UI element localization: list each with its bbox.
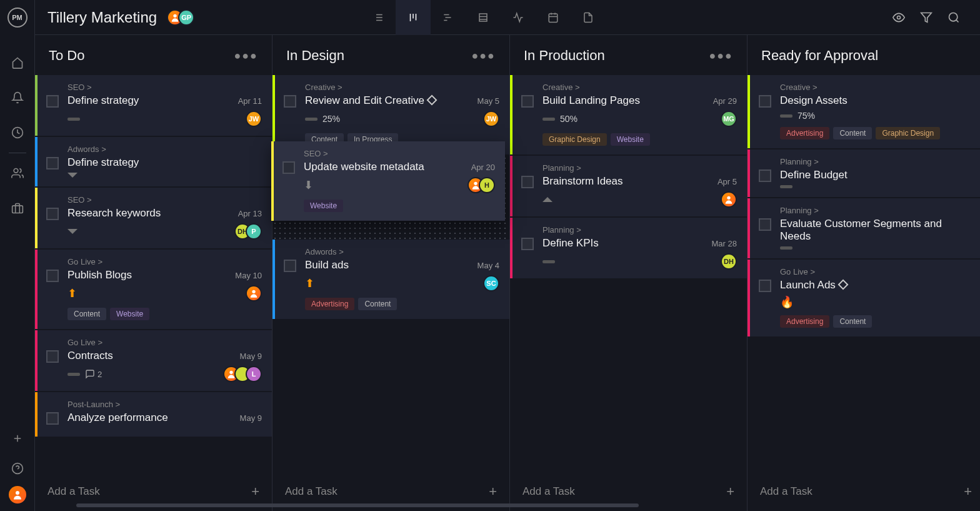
horizontal-scrollbar[interactable] <box>76 503 639 507</box>
card-category[interactable]: Adwords > <box>68 144 262 154</box>
help-icon[interactable] <box>0 456 35 481</box>
card-title[interactable]: Build ads <box>305 259 349 271</box>
user-avatar[interactable] <box>9 486 26 503</box>
card-category[interactable]: Post-Launch > <box>68 400 262 409</box>
card-title[interactable]: Define strategy <box>68 94 139 107</box>
task-checkbox[interactable] <box>759 95 771 108</box>
card-category[interactable]: SEO > <box>68 83 262 92</box>
card-title[interactable]: Launch Ads <box>780 279 847 291</box>
home-icon[interactable] <box>0 45 35 80</box>
card-title[interactable]: Publish Blogs <box>68 269 132 281</box>
card-category[interactable]: Planning > <box>780 206 974 215</box>
task-card[interactable]: Planning >Define Budget <box>748 149 980 197</box>
bell-icon[interactable] <box>0 80 35 115</box>
card-assignees[interactable]: SC <box>483 275 499 291</box>
app-logo[interactable]: PM <box>8 8 28 28</box>
card-category[interactable]: Planning > <box>542 163 737 173</box>
card-title[interactable]: Evaluate Customer Segments and Needs <box>780 218 974 243</box>
task-card[interactable]: Go Live >Launch Ads🔥AdvertisingContent <box>748 260 980 336</box>
dragging-card[interactable]: SEO >Update website metadataApr 20⬇HWebs… <box>271 141 505 221</box>
task-card[interactable]: Creative >Build Landing PagesApr 29 50%M… <box>510 75 747 154</box>
tag[interactable]: Content <box>68 308 106 320</box>
task-card[interactable]: Go Live >Publish BlogsMay 10⬆ContentWebs… <box>35 250 272 329</box>
search-icon[interactable] <box>948 11 960 24</box>
avatar[interactable] <box>721 191 737 208</box>
plus-icon[interactable] <box>0 426 35 451</box>
tag[interactable]: Website <box>110 308 149 320</box>
card-category[interactable]: Adwords > <box>305 247 499 256</box>
avatar[interactable]: JW <box>483 111 499 127</box>
task-checkbox[interactable] <box>521 95 534 108</box>
card-category[interactable]: Planning > <box>780 157 974 166</box>
card-title[interactable]: Build Landing Pages <box>542 94 640 107</box>
avatar[interactable]: L <box>246 366 262 382</box>
tag[interactable]: Content <box>833 315 872 328</box>
tag[interactable]: Graphic Design <box>542 133 607 146</box>
board-view-tab[interactable] <box>396 0 431 35</box>
task-card[interactable]: Planning >Define KPIsMar 28DH <box>510 218 747 278</box>
calendar-view-tab[interactable] <box>536 0 571 35</box>
task-checkbox[interactable] <box>46 157 59 169</box>
task-checkbox[interactable] <box>46 412 59 425</box>
task-card[interactable]: Adwords >Build adsMay 4⬆SCAdvertisingCon… <box>272 240 509 319</box>
filter-icon[interactable] <box>920 11 932 24</box>
card-title[interactable]: Research keywords <box>68 207 161 220</box>
column-menu-icon[interactable]: ●●● <box>234 49 258 63</box>
card-assignees[interactable]: L <box>223 366 262 382</box>
clock-icon[interactable] <box>0 115 35 150</box>
card-title[interactable]: Define Budget <box>780 169 848 181</box>
card-title[interactable]: Define strategy <box>68 156 139 169</box>
project-members[interactable]: GP <box>167 9 194 26</box>
sheet-view-tab[interactable] <box>466 0 501 35</box>
tag[interactable]: Advertising <box>780 127 829 139</box>
card-title[interactable]: Review and Edit Creative <box>305 94 436 107</box>
task-checkbox[interactable] <box>46 208 59 220</box>
avatar[interactable]: SC <box>483 275 499 291</box>
avatar[interactable]: P <box>246 223 262 240</box>
card-category[interactable]: Creative > <box>780 83 974 92</box>
avatar[interactable]: JW <box>246 111 262 127</box>
card-category[interactable]: Go Live > <box>68 338 262 347</box>
card-assignees[interactable]: DH <box>721 253 737 270</box>
tag[interactable]: Website <box>611 133 650 146</box>
task-card[interactable]: Planning >Brainstorm IdeasApr 5 <box>510 156 747 216</box>
gantt-view-tab[interactable] <box>431 0 466 35</box>
avatar[interactable] <box>246 285 262 301</box>
card-title[interactable]: Contracts <box>68 350 113 362</box>
briefcase-icon[interactable] <box>0 191 35 226</box>
card-category[interactable]: SEO > <box>304 149 495 158</box>
task-checkbox[interactable] <box>284 260 296 272</box>
card-assignees[interactable]: H <box>468 177 495 193</box>
card-category[interactable]: Go Live > <box>68 257 262 266</box>
task-checkbox[interactable] <box>759 280 771 292</box>
card-assignees[interactable]: MG <box>721 111 737 127</box>
project-title[interactable]: Tillery Marketing <box>48 9 157 26</box>
avatar[interactable]: DH <box>721 253 737 270</box>
card-assignees[interactable] <box>721 191 737 208</box>
task-checkbox[interactable] <box>521 238 534 250</box>
card-category[interactable]: Creative > <box>305 83 499 92</box>
card-assignees[interactable]: DHP <box>234 223 262 240</box>
comment-icon[interactable]: 2 <box>85 369 102 379</box>
eye-icon[interactable] <box>892 11 905 24</box>
avatar[interactable]: GP <box>178 9 194 26</box>
task-card[interactable]: Adwords >Define strategy <box>35 137 272 186</box>
card-title[interactable]: Analyze performance <box>68 412 168 424</box>
task-card[interactable]: Post-Launch >Analyze performanceMay 9 <box>35 392 272 437</box>
column-title[interactable]: In Production <box>524 48 605 64</box>
task-checkbox[interactable] <box>46 350 59 363</box>
task-card[interactable]: Planning >Evaluate Customer Segments and… <box>748 198 980 258</box>
tag[interactable]: Content <box>358 298 397 310</box>
card-assignees[interactable]: JW <box>483 111 499 127</box>
files-view-tab[interactable] <box>571 0 606 35</box>
card-category[interactable]: Creative > <box>542 83 737 92</box>
avatar[interactable]: H <box>479 177 495 193</box>
task-checkbox[interactable] <box>759 169 771 182</box>
column-menu-icon[interactable]: ●●● <box>471 49 496 63</box>
task-checkbox[interactable] <box>521 176 534 188</box>
avatar[interactable]: MG <box>721 111 737 127</box>
task-checkbox[interactable] <box>282 161 295 174</box>
column-title[interactable]: In Design <box>286 48 344 64</box>
card-category[interactable]: Go Live > <box>780 267 974 276</box>
people-icon[interactable] <box>0 156 35 191</box>
